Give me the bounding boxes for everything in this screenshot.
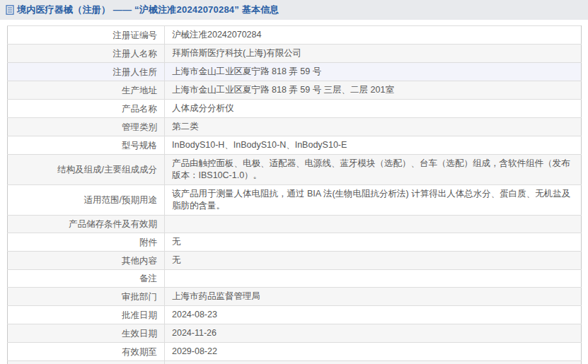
- row-value: 2029-08-22: [165, 343, 582, 361]
- row-label-text: 生产地址: [122, 86, 157, 95]
- row-label: 管理类别: [8, 118, 165, 136]
- row-value: 2024-08-23: [165, 306, 582, 324]
- row-label: 结构及组成/主要组成成分: [8, 155, 165, 185]
- row-label-text: 管理类别: [122, 122, 157, 132]
- table-row: 注册人住所上海市金山工业区夏宁路 818 弄 59 号: [8, 63, 582, 81]
- row-label-text: 审批部门: [122, 292, 157, 302]
- row-value: [165, 216, 582, 233]
- row-label: 注册人名称: [8, 45, 165, 63]
- table-row: 生产地址上海市金山工业区夏宁路 818 弄 59 号 三层、二层 201室: [8, 81, 582, 100]
- table-row: 批准日期2024-08-23: [8, 306, 582, 324]
- table-row: 适用范围/预期用途该产品用于测量人体电阻抗，通过 BIA 法(生物电阻抗分析法)…: [8, 185, 582, 216]
- document-icon: [6, 5, 14, 15]
- row-label: 产品储存条件及有效期: [8, 216, 165, 233]
- row-label-text: 注册人名称: [113, 49, 158, 59]
- row-value: [165, 270, 582, 288]
- row-label-text: 附件: [139, 237, 157, 247]
- row-value: 上海市金山工业区夏宁路 818 弄 59 号 三层、二层 201室: [165, 81, 582, 100]
- row-label: 变更情况: [8, 361, 165, 364]
- table-row: 有效期至2029-08-22: [8, 343, 582, 361]
- row-label: 型号规格: [8, 136, 165, 155]
- page-title: 境内医疗器械（注册） —— “沪械注准20242070284” 基本信息: [17, 4, 279, 16]
- table-row: 注册证编号沪械注准20242070284: [8, 26, 582, 45]
- row-label: 生效日期: [8, 324, 165, 343]
- table-row: 产品储存条件及有效期: [8, 216, 582, 233]
- table-row: 产品名称人体成分分析仪: [8, 100, 582, 118]
- row-value: 人体成分分析仪: [165, 100, 582, 118]
- row-value: 2024-11-26: [165, 324, 582, 343]
- row-label-text: 生效日期: [122, 329, 157, 339]
- row-label-text: 备注: [139, 274, 157, 283]
- row-label: 注册人住所: [8, 63, 165, 81]
- page-header: 境内医疗器械（注册） —— “沪械注准20242070284” 基本信息: [0, 0, 588, 20]
- row-value: 沪械注准20242070284: [165, 26, 582, 45]
- row-label-text: 适用范围/预期用途: [84, 195, 157, 205]
- row-value: 无: [165, 233, 582, 252]
- row-value: 上海市药品监督管理局: [165, 288, 582, 306]
- row-value: 第二类: [165, 118, 582, 136]
- row-label-text: 产品名称: [122, 104, 157, 114]
- row-value: InBodyS10-H、InBodyS10-N、InBodyS10-E: [165, 136, 582, 155]
- row-label-text: 产品储存条件及有效期: [69, 219, 157, 229]
- row-value: 产品由触控面板、电极、适配器、电源线、蓝牙模块（选配）、台车（选配）组成，含软件…: [165, 155, 582, 185]
- row-label: 其他内容: [8, 252, 165, 270]
- content-panel: 注册证编号沪械注准20242070284注册人名称拜斯倍斯医疗科技(上海)有限公…: [0, 20, 588, 364]
- row-label: 审批部门: [8, 288, 165, 306]
- row-value: 无: [165, 252, 582, 270]
- row-label-text: 批准日期: [122, 310, 157, 320]
- table-row: 审批部门上海市药品监督管理局: [8, 288, 582, 306]
- row-label: 备注: [8, 270, 165, 288]
- row-value: 上海市金山工业区夏宁路 818 弄 59 号: [165, 63, 582, 81]
- table-row: 型号规格InBodyS10-H、InBodyS10-N、InBodyS10-E: [8, 136, 582, 155]
- table-row: 变更情况生产地址变更为：1.上海市金山工业区夏宁路 818 弄 59 号三层、二…: [8, 361, 582, 364]
- row-label: 产品名称: [8, 100, 165, 118]
- row-label-text: 注册证编号: [113, 30, 158, 40]
- row-label: 注册证编号: [8, 26, 165, 45]
- row-label: 生产地址: [8, 81, 165, 100]
- row-label: 有效期至: [8, 343, 165, 361]
- table-row: 附件无: [8, 233, 582, 252]
- row-label-text: 结构及组成/主要组成成分: [57, 165, 157, 175]
- table-row: 生效日期2024-11-26: [8, 324, 582, 343]
- row-label-text: 型号规格: [122, 141, 157, 151]
- row-label-text: 有效期至: [122, 347, 157, 357]
- row-label-text: 其他内容: [122, 256, 157, 266]
- table-row: 注册人名称拜斯倍斯医疗科技(上海)有限公司: [8, 45, 582, 63]
- table-row: 结构及组成/主要组成成分产品由触控面板、电极、适配器、电源线、蓝牙模块（选配）、…: [8, 155, 582, 185]
- row-label: 批准日期: [8, 306, 165, 324]
- table-row: 备注: [8, 270, 582, 288]
- table-row: 管理类别第二类: [8, 118, 582, 136]
- table-row: 其他内容无: [8, 252, 582, 270]
- row-value: 拜斯倍斯医疗科技(上海)有限公司: [165, 45, 582, 63]
- row-label: 适用范围/预期用途: [8, 185, 165, 216]
- registration-info-table: 注册证编号沪械注准20242070284注册人名称拜斯倍斯医疗科技(上海)有限公…: [7, 25, 582, 364]
- row-label-text: 注册人住所: [113, 67, 158, 77]
- row-label: 附件: [8, 233, 165, 252]
- row-value: 该产品用于测量人体电阻抗，通过 BIA 法(生物电阻抗分析法) 计算得出人体总水…: [165, 185, 582, 216]
- row-value: 生产地址变更为：1.上海市金山工业区夏宁路 818 弄 59 号三层、二层（自行…: [165, 361, 582, 364]
